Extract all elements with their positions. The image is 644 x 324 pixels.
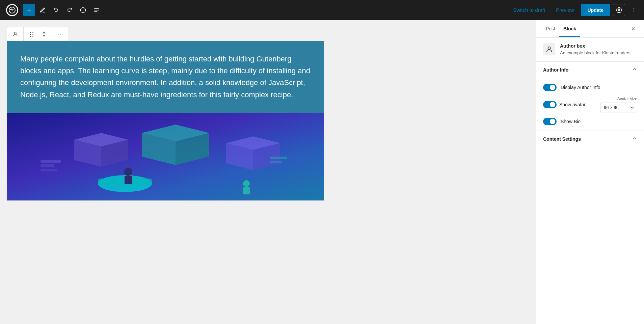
redo-button[interactable] <box>63 4 76 16</box>
more-options-button[interactable] <box>628 4 640 16</box>
sidebar: Post Block × Author box An example block… <box>536 20 644 324</box>
settings-button[interactable] <box>613 4 625 16</box>
wp-logo-icon <box>6 4 18 16</box>
svg-rect-31 <box>41 160 61 163</box>
block-toolbar <box>7 27 69 41</box>
main-area: Many people complain about the hurdles o… <box>0 20 644 324</box>
sidebar-tabs: Post Block × <box>536 20 644 38</box>
wp-logo <box>4 0 20 20</box>
content-settings-chevron-icon <box>632 136 637 142</box>
avatar-size-label: Avatar size <box>617 97 637 101</box>
svg-point-0 <box>9 7 15 13</box>
tab-post[interactable]: Post <box>542 21 559 37</box>
svg-rect-35 <box>270 161 282 163</box>
svg-point-7 <box>618 9 620 11</box>
image-block <box>7 113 324 200</box>
tools-button[interactable] <box>36 4 49 16</box>
sidebar-content: Author box An example block for Kinsta r… <box>536 38 644 324</box>
editor-area: Many people complain about the hurdles o… <box>0 20 536 324</box>
svg-point-36 <box>548 47 550 49</box>
block-info-section: Author box An example block for Kinsta r… <box>536 38 644 62</box>
svg-rect-32 <box>41 164 54 167</box>
tab-block[interactable]: Block <box>559 21 580 37</box>
toolbar-group-3 <box>52 27 69 41</box>
block-type-icon <box>543 43 555 55</box>
svg-point-9 <box>634 9 634 10</box>
drag-handle-icon[interactable] <box>26 29 37 39</box>
svg-point-10 <box>634 11 634 12</box>
undo-button[interactable] <box>50 4 62 16</box>
toolbar-group-2 <box>24 27 52 41</box>
info-button[interactable] <box>77 4 89 16</box>
show-avatar-toggle[interactable] <box>543 101 557 108</box>
block-info-text: Author box An example block for Kinsta r… <box>560 43 630 56</box>
block-name: Author box <box>560 43 630 49</box>
content-settings-section-header[interactable]: Content Settings <box>536 131 644 147</box>
author-info-title: Author Info <box>543 67 568 73</box>
svg-rect-28 <box>125 176 132 184</box>
svg-point-14 <box>62 34 62 34</box>
svg-point-27 <box>124 168 132 176</box>
close-sidebar-button[interactable]: × <box>628 24 639 34</box>
display-author-info-row: Display Author Info <box>543 84 637 91</box>
move-up-down-icon[interactable] <box>38 29 49 39</box>
list-view-button[interactable] <box>90 4 103 16</box>
show-avatar-label: Show avatar <box>559 102 586 107</box>
avatar-size-select[interactable]: 96 × 96 48 × 48 128 × 128 <box>600 103 637 112</box>
svg-rect-30 <box>243 187 250 194</box>
more-block-options-icon[interactable] <box>55 29 66 39</box>
show-avatar-row: Show avatar Avatar size 96 × 96 48 × 48 … <box>543 97 637 112</box>
top-toolbar: + Switch to draft Preview Update <box>0 0 644 20</box>
show-bio-row: Show Bio <box>543 118 637 125</box>
show-bio-toggle[interactable] <box>543 118 557 125</box>
author-info-section-header[interactable]: Author Info <box>536 62 644 78</box>
toolbar-group-1 <box>7 27 24 41</box>
content-block: Many people complain about the hurdles o… <box>7 41 324 113</box>
display-author-info-toggle[interactable] <box>543 84 557 91</box>
display-author-info-label: Display Author Info <box>561 85 600 90</box>
svg-rect-34 <box>270 157 287 159</box>
block-description: An example block for Kinsta readers <box>560 50 630 56</box>
author-info-chevron-icon <box>632 66 637 73</box>
update-button[interactable]: Update <box>581 4 610 16</box>
image-placeholder <box>7 113 324 200</box>
toolbar-right: Switch to draft Preview Update <box>509 4 640 16</box>
svg-point-13 <box>60 34 61 34</box>
svg-rect-33 <box>41 169 57 171</box>
content-paragraph: Many people complain about the hurdles o… <box>20 53 311 101</box>
author-info-body: Display Author Info Show avatar Avatar s… <box>536 78 644 131</box>
content-settings-title: Content Settings <box>543 136 581 142</box>
svg-point-12 <box>58 34 59 34</box>
add-block-button[interactable]: + <box>23 4 35 16</box>
show-bio-label: Show Bio <box>561 119 581 124</box>
svg-point-8 <box>634 8 634 8</box>
preview-button[interactable]: Preview <box>552 4 578 16</box>
block-type-icon[interactable] <box>10 29 21 39</box>
svg-point-29 <box>243 180 250 187</box>
svg-point-11 <box>14 32 16 34</box>
switch-to-draft-button[interactable]: Switch to draft <box>509 4 549 16</box>
